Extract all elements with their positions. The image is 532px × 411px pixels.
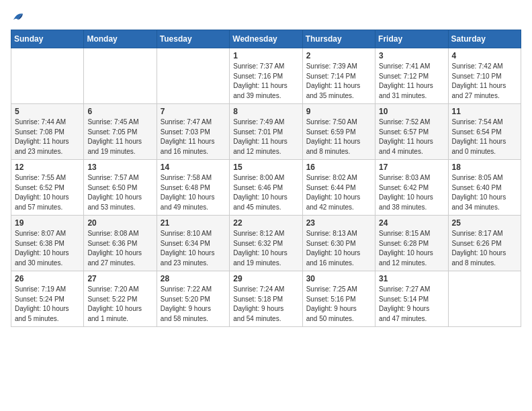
calendar-cell: 10Sunrise: 7:52 AMSunset: 6:57 PMDayligh… — [375, 104, 448, 160]
calendar-week-row: 26Sunrise: 7:19 AMSunset: 5:24 PMDayligh… — [11, 271, 521, 327]
day-info: Sunrise: 7:19 AMSunset: 5:24 PMDaylight:… — [15, 285, 80, 324]
day-info: Sunrise: 8:03 AMSunset: 6:42 PMDaylight:… — [379, 173, 444, 212]
day-info: Sunrise: 8:13 AMSunset: 6:30 PMDaylight:… — [306, 229, 371, 268]
day-info: Sunrise: 7:24 AMSunset: 5:18 PMDaylight:… — [233, 285, 298, 324]
calendar-cell — [11, 48, 84, 104]
calendar-cell: 12Sunrise: 7:55 AMSunset: 6:52 PMDayligh… — [11, 160, 84, 216]
calendar-cell: 13Sunrise: 7:57 AMSunset: 6:50 PMDayligh… — [84, 160, 157, 216]
calendar-cell: 6Sunrise: 7:45 AMSunset: 7:05 PMDaylight… — [84, 104, 157, 160]
calendar-cell — [157, 48, 229, 104]
day-number: 8 — [233, 107, 298, 116]
day-info: Sunrise: 7:37 AMSunset: 7:16 PMDaylight:… — [233, 62, 298, 101]
day-info: Sunrise: 7:57 AMSunset: 6:50 PMDaylight:… — [87, 173, 152, 212]
day-info: Sunrise: 7:45 AMSunset: 7:05 PMDaylight:… — [87, 118, 152, 156]
calendar-week-row: 12Sunrise: 7:55 AMSunset: 6:52 PMDayligh… — [11, 160, 521, 216]
day-number: 5 — [15, 107, 80, 116]
calendar-cell: 17Sunrise: 8:03 AMSunset: 6:42 PMDayligh… — [375, 160, 448, 216]
calendar-cell: 18Sunrise: 8:05 AMSunset: 6:40 PMDayligh… — [448, 160, 521, 216]
day-info: Sunrise: 8:15 AMSunset: 6:28 PMDaylight:… — [379, 229, 444, 268]
calendar-cell: 21Sunrise: 8:10 AMSunset: 6:34 PMDayligh… — [157, 216, 229, 271]
calendar-cell: 23Sunrise: 8:13 AMSunset: 6:30 PMDayligh… — [302, 216, 375, 271]
day-info: Sunrise: 7:58 AMSunset: 6:48 PMDaylight:… — [161, 173, 226, 212]
day-number: 30 — [306, 274, 371, 283]
calendar-cell: 2Sunrise: 7:39 AMSunset: 7:14 PMDaylight… — [302, 48, 375, 104]
calendar-cell: 27Sunrise: 7:20 AMSunset: 5:22 PMDayligh… — [84, 271, 157, 327]
weekday-header-friday: Friday — [375, 30, 448, 48]
calendar-week-row: 19Sunrise: 8:07 AMSunset: 6:38 PMDayligh… — [11, 216, 521, 271]
calendar-cell: 16Sunrise: 8:02 AMSunset: 6:44 PMDayligh… — [302, 160, 375, 216]
day-info: Sunrise: 7:39 AMSunset: 7:14 PMDaylight:… — [306, 62, 371, 101]
day-info: Sunrise: 7:52 AMSunset: 6:57 PMDaylight:… — [379, 118, 444, 156]
day-info: Sunrise: 8:17 AMSunset: 6:26 PMDaylight:… — [452, 229, 517, 268]
day-info: Sunrise: 7:42 AMSunset: 7:10 PMDaylight:… — [452, 62, 517, 101]
day-number: 17 — [379, 163, 444, 172]
calendar-cell: 7Sunrise: 7:47 AMSunset: 7:03 PMDaylight… — [157, 104, 229, 160]
day-number: 9 — [306, 107, 371, 116]
calendar-table: SundayMondayTuesdayWednesdayThursdayFrid… — [11, 30, 521, 327]
day-info: Sunrise: 8:12 AMSunset: 6:32 PMDaylight:… — [233, 229, 298, 268]
day-number: 20 — [87, 218, 152, 228]
day-number: 7 — [161, 107, 226, 116]
day-info: Sunrise: 7:22 AMSunset: 5:20 PMDaylight:… — [161, 285, 226, 324]
day-number: 18 — [452, 163, 517, 172]
day-number: 14 — [161, 163, 226, 172]
calendar-cell: 28Sunrise: 7:22 AMSunset: 5:20 PMDayligh… — [157, 271, 229, 327]
day-number: 29 — [233, 274, 298, 283]
calendar-cell: 4Sunrise: 7:42 AMSunset: 7:10 PMDaylight… — [448, 48, 521, 104]
weekday-header-thursday: Thursday — [302, 30, 375, 48]
calendar-cell: 26Sunrise: 7:19 AMSunset: 5:24 PMDayligh… — [11, 271, 84, 327]
calendar-cell: 14Sunrise: 7:58 AMSunset: 6:48 PMDayligh… — [157, 160, 229, 216]
day-number: 1 — [233, 51, 298, 60]
day-info: Sunrise: 7:49 AMSunset: 7:01 PMDaylight:… — [233, 118, 298, 156]
calendar-cell: 8Sunrise: 7:49 AMSunset: 7:01 PMDaylight… — [230, 104, 302, 160]
logo-bird-icon — [12, 11, 24, 23]
day-info: Sunrise: 7:50 AMSunset: 6:59 PMDaylight:… — [306, 118, 371, 156]
day-number: 10 — [379, 107, 444, 116]
weekday-header-monday: Monday — [84, 30, 157, 48]
calendar-cell: 11Sunrise: 7:54 AMSunset: 6:54 PMDayligh… — [448, 104, 521, 160]
calendar-week-row: 5Sunrise: 7:44 AMSunset: 7:08 PMDaylight… — [11, 104, 521, 160]
calendar-cell: 1Sunrise: 7:37 AMSunset: 7:16 PMDaylight… — [230, 48, 302, 104]
day-number: 24 — [379, 218, 444, 228]
day-number: 31 — [379, 274, 444, 283]
day-number: 11 — [452, 107, 517, 116]
day-number: 28 — [161, 274, 226, 283]
calendar-cell: 15Sunrise: 8:00 AMSunset: 6:46 PMDayligh… — [230, 160, 302, 216]
day-number: 13 — [87, 163, 152, 172]
calendar-cell: 9Sunrise: 7:50 AMSunset: 6:59 PMDaylight… — [302, 104, 375, 160]
calendar-cell — [84, 48, 157, 104]
weekday-header-row: SundayMondayTuesdayWednesdayThursdayFrid… — [11, 30, 521, 48]
calendar-cell: 5Sunrise: 7:44 AMSunset: 7:08 PMDaylight… — [11, 104, 84, 160]
day-number: 12 — [15, 163, 80, 172]
weekday-header-sunday: Sunday — [11, 30, 84, 48]
calendar-week-row: 1Sunrise: 7:37 AMSunset: 7:16 PMDaylight… — [11, 48, 521, 104]
day-info: Sunrise: 7:25 AMSunset: 5:16 PMDaylight:… — [306, 285, 371, 324]
logo — [11, 11, 24, 21]
calendar-cell: 29Sunrise: 7:24 AMSunset: 5:18 PMDayligh… — [230, 271, 302, 327]
page-header — [11, 11, 521, 21]
day-number: 21 — [161, 218, 226, 228]
day-info: Sunrise: 7:54 AMSunset: 6:54 PMDaylight:… — [452, 118, 517, 156]
calendar-cell: 20Sunrise: 8:08 AMSunset: 6:36 PMDayligh… — [84, 216, 157, 271]
day-info: Sunrise: 8:02 AMSunset: 6:44 PMDaylight:… — [306, 173, 371, 212]
day-number: 6 — [87, 107, 152, 116]
day-info: Sunrise: 8:08 AMSunset: 6:36 PMDaylight:… — [87, 229, 152, 268]
calendar-cell: 31Sunrise: 7:27 AMSunset: 5:14 PMDayligh… — [375, 271, 448, 327]
day-number: 19 — [15, 218, 80, 228]
calendar-cell: 22Sunrise: 8:12 AMSunset: 6:32 PMDayligh… — [230, 216, 302, 271]
calendar-cell — [448, 271, 521, 327]
day-info: Sunrise: 7:44 AMSunset: 7:08 PMDaylight:… — [15, 118, 80, 156]
day-info: Sunrise: 8:00 AMSunset: 6:46 PMDaylight:… — [233, 173, 298, 212]
day-info: Sunrise: 7:47 AMSunset: 7:03 PMDaylight:… — [161, 118, 226, 156]
day-number: 3 — [379, 51, 444, 60]
day-number: 22 — [233, 218, 298, 228]
day-number: 23 — [306, 218, 371, 228]
day-number: 4 — [452, 51, 517, 60]
day-number: 15 — [233, 163, 298, 172]
day-info: Sunrise: 7:20 AMSunset: 5:22 PMDaylight:… — [87, 285, 152, 324]
day-number: 2 — [306, 51, 371, 60]
day-info: Sunrise: 8:05 AMSunset: 6:40 PMDaylight:… — [452, 173, 517, 212]
weekday-header-tuesday: Tuesday — [157, 30, 229, 48]
day-info: Sunrise: 8:07 AMSunset: 6:38 PMDaylight:… — [15, 229, 80, 268]
day-number: 26 — [15, 274, 80, 283]
